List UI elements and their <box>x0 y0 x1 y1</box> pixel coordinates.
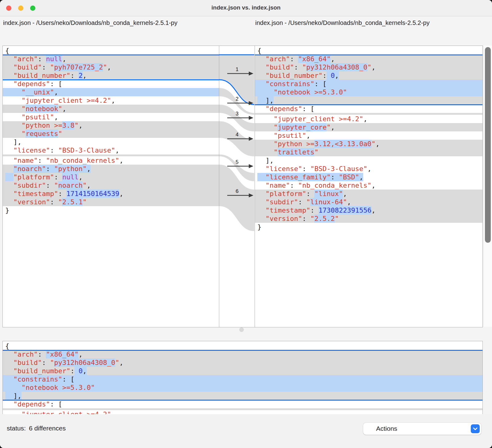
actions-dropdown-label: Actions <box>376 425 397 432</box>
code-token: ], <box>5 138 22 146</box>
code-token: traitlets <box>278 148 314 156</box>
code-token: " <box>5 130 26 138</box>
code-line: "notebook >=5.3.0" <box>255 88 482 96</box>
diff-boundary-line <box>3 350 482 351</box>
code-line: { <box>255 46 482 55</box>
code-token: " <box>367 63 371 71</box>
vertical-scrollbar-track[interactable] <box>483 46 492 327</box>
code-token: , <box>359 173 363 181</box>
code-line: "python >=3.8", <box>3 121 219 130</box>
merged-result-pane[interactable]: { "arch": "x86_64", "build": "py312h06a4… <box>2 341 483 415</box>
code-token: pyh707e725_2 <box>54 63 103 71</box>
code-token: : <box>38 55 46 63</box>
code-token: : [ <box>62 375 74 383</box>
code-token: " <box>54 181 58 190</box>
code-line: "timestamp": 1714150164539, <box>3 190 219 198</box>
code-token: , <box>111 96 115 105</box>
code-token: , <box>54 88 58 96</box>
code-token: 0 <box>331 71 335 80</box>
code-token: "noarch" <box>14 165 46 173</box>
code-token: "depends" <box>257 105 302 113</box>
code-token: 0 <box>78 367 82 375</box>
code-token: "arch" <box>257 55 290 63</box>
code-token: ], <box>257 156 274 165</box>
code-token: " <box>310 214 314 223</box>
code-line: "psutil", <box>3 113 219 121</box>
diff-boundary-line <box>3 79 219 80</box>
left-diff-pane[interactable]: { "arch": null, "build": "pyh707e725_2",… <box>2 46 220 327</box>
code-token: "psutil" <box>257 131 306 140</box>
code-token: linux-64 <box>310 198 343 206</box>
actions-accent-box[interactable] <box>471 424 480 433</box>
code-token: null <box>62 173 78 181</box>
code-line: } <box>3 206 219 214</box>
code-token: "subdir" <box>5 181 46 190</box>
code-token: , <box>371 63 375 71</box>
actions-dropdown[interactable]: Actions <box>363 423 481 435</box>
code-token: : <box>298 198 306 206</box>
code-token: , <box>335 71 339 80</box>
code-token: : [ <box>50 400 62 408</box>
code-token: " <box>83 181 87 190</box>
code-token: : <box>42 63 50 71</box>
diff-number-label: 1 <box>236 66 238 72</box>
code-token: , <box>62 55 66 63</box>
code-token: "timestamp" <box>257 206 310 214</box>
splitter-handle[interactable] <box>239 327 244 332</box>
code-token: py312h06a4308_0 <box>306 63 367 71</box>
code-line: "constrains": [ <box>255 80 482 88</box>
code-line: "build_number": 0, <box>3 367 482 375</box>
diff-boundary-line <box>255 104 482 105</box>
code-token: } <box>257 223 261 231</box>
code-token: " <box>83 198 87 206</box>
code-line: "build": "pyh707e725_2", <box>3 63 219 71</box>
code-line: "version": "2.5.2" <box>255 214 482 223</box>
code-token: "name" <box>5 156 38 165</box>
code-token: , <box>119 358 123 367</box>
vertical-scrollbar-thumb[interactable] <box>485 47 491 243</box>
right-diff-pane[interactable]: { "arch": "x86_64", "build": "py312h06a4… <box>255 46 483 327</box>
code-line: "arch": "x86_64", <box>255 55 482 63</box>
code-token: , <box>367 165 371 173</box>
code-line: "subdir": "linux-64", <box>255 198 482 206</box>
code-token: " <box>302 63 306 71</box>
code-token: , <box>375 140 379 148</box>
code-token: notebook <box>26 105 58 113</box>
diff-connector-gutter[interactable]: 123456 <box>219 46 255 327</box>
code-token <box>74 367 78 375</box>
code-token: "depends" <box>5 80 50 88</box>
code-token: , <box>115 146 119 154</box>
code-token: "name" <box>257 181 290 190</box>
code-token: "python >= <box>257 140 314 148</box>
app-window: index.json vs. index.json index.json - /… <box>0 0 492 448</box>
code-token: : <box>70 71 79 80</box>
status-label: status: <box>7 425 26 432</box>
code-token: : <box>50 146 58 154</box>
diff-boundary-line <box>3 54 219 55</box>
code-token: , <box>371 181 375 190</box>
status-bar: status:6 differences Actions <box>0 414 492 448</box>
code-line: ], <box>255 156 482 165</box>
code-token: "license" <box>257 165 302 173</box>
code-token: "notebook >=5.3.0" <box>5 383 95 392</box>
code-token: " <box>74 121 78 130</box>
code-token: , <box>371 206 375 214</box>
code-line: "requests" <box>3 130 219 138</box>
code-token: , <box>107 63 111 71</box>
code-line: "arch": "x86_64", <box>3 350 482 358</box>
diff-number-label: 5 <box>236 159 238 165</box>
code-line: { <box>3 46 219 55</box>
code-token: , <box>87 165 91 173</box>
code-token: , <box>78 350 82 358</box>
code-token: " <box>335 214 339 223</box>
code-line: "python >=3.12,<3.13.0a0", <box>255 140 482 148</box>
code-token: , <box>343 190 347 198</box>
code-token: "x86_64" <box>298 55 331 63</box>
code-token: : <box>38 350 46 358</box>
code-line: "depends": [ <box>3 400 482 408</box>
diff-number-label: 2 <box>236 96 238 102</box>
code-token: "psutil" <box>5 113 54 121</box>
code-token: "depends" <box>5 400 50 408</box>
code-line: "__unix", <box>3 88 219 96</box>
code-token: "BSD-3-Clause" <box>58 146 115 154</box>
